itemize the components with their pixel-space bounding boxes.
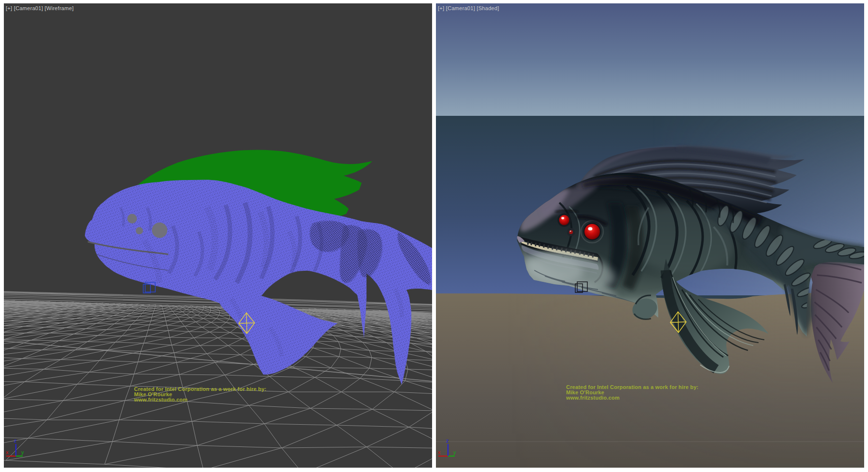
svg-text:z: z	[14, 438, 17, 444]
svg-text:z: z	[446, 438, 449, 444]
svg-text:www.fritzstudio.com: www.fritzstudio.com	[134, 397, 188, 403]
svg-text:y: y	[453, 449, 456, 455]
svg-text:www.fritzstudio.com: www.fritzstudio.com	[566, 395, 620, 401]
svg-text:x: x	[438, 449, 441, 455]
svg-text:y: y	[21, 449, 24, 455]
svg-text:x: x	[6, 449, 9, 455]
